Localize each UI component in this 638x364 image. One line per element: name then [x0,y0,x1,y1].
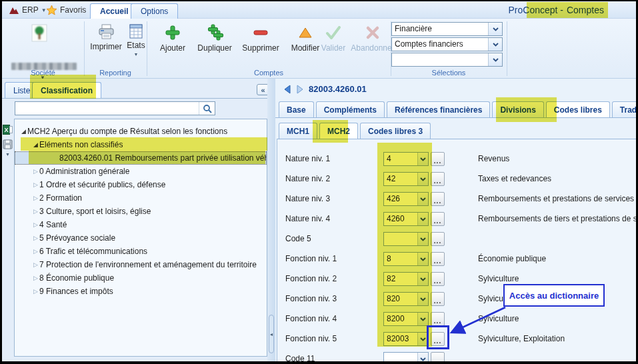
erp-menu-label: ERP [22,5,39,15]
dictionary-lookup-button[interactable]: ... [431,172,445,186]
tree-expand-icon[interactable]: ▷ [32,261,39,268]
export-excel-button[interactable]: X [2,123,13,135]
field-value: 8200 [384,313,417,325]
field-combo[interactable] [383,232,429,246]
chevron-down-icon[interactable]: ▼ [134,52,139,57]
selection-dropdown-1[interactable]: Financière [391,22,503,36]
field-value [384,233,417,245]
field-combo[interactable]: 426 [383,192,429,206]
tree-expand-icon[interactable]: ▷ [32,275,39,281]
tab-divisions[interactable]: Divisions [492,101,543,118]
supprimer-button[interactable]: Supprimer [239,24,282,53]
tab-traduction[interactable]: Traduction [612,101,636,118]
chevron-down-icon[interactable] [417,173,428,185]
tree-item[interactable]: ▷ 2 Formation [15,191,267,205]
tree-item[interactable]: ◢ MCH2 Aperçu du compte de Résultat selo… [15,125,267,138]
field-combo[interactable]: 4 [383,152,429,166]
dictionary-lookup-button[interactable]: ... [431,252,445,266]
tree-expand-icon[interactable]: ▷ [32,168,39,175]
tree-item[interactable]: ▷ 6 Trafic et télécommunications [15,245,267,258]
chevron-down-icon[interactable] [488,23,502,35]
tree-item[interactable]: ◢ Eléments non classifiés [15,138,267,151]
tree-item[interactable]: ▷ 8 Économie publique [15,271,267,285]
chevron-down-icon[interactable] [417,213,428,225]
tab-classification[interactable]: Classification [32,82,101,99]
tree-expand-icon[interactable]: ◢ [20,128,27,135]
tree-expand-icon[interactable]: ▷ [32,181,39,188]
chevron-down-icon[interactable] [417,293,428,305]
chevron-down-icon[interactable] [417,253,428,265]
tree-expand-icon[interactable]: ▷ [32,208,39,215]
tab-compl-ments[interactable]: Compléments [316,101,385,118]
field-combo[interactable]: 82003 [383,332,429,346]
chevron-down-icon[interactable] [488,53,502,66]
dictionary-lookup-button[interactable]: ... [431,232,445,246]
selection-dropdown-3[interactable] [391,53,503,67]
tree-expand-icon[interactable]: ◢ [32,141,39,148]
dictionary-lookup-button[interactable]: ... [431,292,445,306]
field-combo[interactable]: 82 [383,272,429,286]
societe-button[interactable] [31,24,47,42]
subtab-codes-libres-3[interactable]: Codes libres 3 [360,123,431,139]
etats-label: Etats [127,41,145,50]
splitter-collapse-handle[interactable]: ◄ [269,315,274,353]
dictionary-lookup-button[interactable]: ... [431,192,445,206]
tree-item[interactable]: ▷ 3 Culture, sport et loisirs, église [15,205,267,218]
field-combo[interactable]: 8200 [383,312,429,326]
ajouter-button[interactable]: Ajouter [154,24,191,53]
group-label-selections: Sélections [391,68,507,78]
tree-expand-icon[interactable]: ▷ [32,288,39,295]
tree-item[interactable]: ▷ 5 Prévoyance sociale [15,231,267,245]
dictionary-lookup-button[interactable]: ... [431,352,445,361]
tab-codes-libres[interactable]: Codes libres [546,101,610,118]
chevron-down-icon[interactable] [417,333,428,345]
dictionary-lookup-button[interactable]: ... [431,212,445,226]
field-combo[interactable]: 820 [383,292,429,306]
previous-record-icon[interactable] [283,85,291,94]
tree-expand-icon[interactable]: ▷ [32,195,39,201]
tree-expand-icon[interactable]: ▷ [32,221,39,228]
tree-item[interactable]: ▷ 1 Ordre et sécurité publics, défense [15,178,267,191]
chevron-down-icon[interactable] [417,193,428,205]
field-combo[interactable]: 42 [383,172,429,186]
tree-item[interactable]: ▷ 9 Finances et impôts [15,285,267,298]
save-button[interactable] [2,138,13,150]
chevron-down-icon[interactable] [417,273,428,285]
field-combo[interactable] [383,352,429,361]
field-combo[interactable]: 8 [383,252,429,266]
search-icon[interactable] [199,102,215,115]
field-combo[interactable]: 4260 [383,212,429,226]
next-record-icon[interactable] [296,85,304,94]
imprimer-button[interactable]: Imprimer [89,24,123,51]
tab-r-f-rences-financi-res[interactable]: Références financières [387,101,490,118]
tab-base[interactable]: Base [279,101,314,118]
chevron-down-icon[interactable] [417,233,428,245]
tree-item[interactable]: 82003.4260.01 Remboursements part privée… [15,151,267,165]
chevron-down-icon[interactable] [488,38,502,51]
dupliquer-button[interactable]: Dupliquer [193,24,237,53]
erp-menu[interactable]: ERP ▼ [9,1,47,19]
tree-item-label: 4 Santé [39,220,67,229]
chevron-down-icon[interactable] [417,313,428,325]
selection-dropdown-2[interactable]: Comptes financiers [391,37,503,51]
chevron-down-icon[interactable] [417,153,428,165]
tree-item[interactable]: ▷ 0 Administration générale [15,165,267,178]
dictionary-lookup-button[interactable]: ... [431,332,445,346]
dictionary-lookup-button[interactable]: ... [431,312,445,326]
search-input[interactable] [15,102,199,115]
chevron-down-icon[interactable] [417,353,428,361]
title-prefix: ProConcept - [508,5,563,15]
dictionary-lookup-button[interactable]: ... [431,272,445,286]
tree-item[interactable]: ▷ 4 Santé [15,218,267,231]
chevron-down-icon[interactable]: ▼ [2,151,13,157]
tree-expand-icon[interactable]: ▷ [32,248,39,255]
etats-button[interactable]: Etats ▼ [126,24,146,57]
tree-item[interactable]: ▷ 7 Protection de l'environnement et amé… [15,258,267,271]
favoris-menu[interactable]: Favoris ▼ [46,1,94,19]
subtab-mch1[interactable]: MCH1 [279,123,317,139]
ribbon-tab-options[interactable]: Options [131,3,178,19]
field-value: 42 [384,173,417,185]
dictionary-lookup-button[interactable]: ... [431,152,445,166]
subtab-mch2[interactable]: MCH2 [319,123,358,139]
tree-expand-icon[interactable]: ▷ [32,235,39,241]
